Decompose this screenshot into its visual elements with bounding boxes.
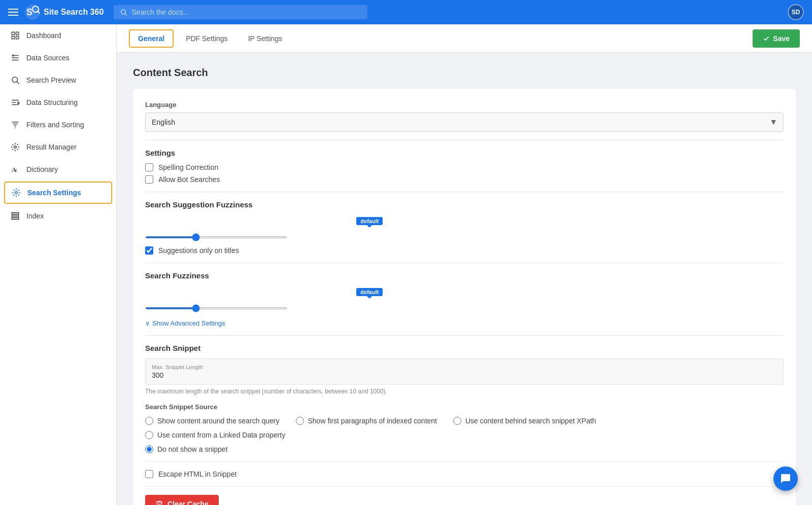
- snippet-source-content-around[interactable]: Show content around the search query: [145, 417, 280, 425]
- sidebar-label-index: Index: [26, 212, 44, 220]
- sidebar-item-search-preview[interactable]: Search Preview: [0, 69, 116, 91]
- tab-pdf-settings[interactable]: PDF Settings: [178, 30, 235, 47]
- svg-text:z: z: [15, 167, 17, 173]
- save-button[interactable]: Save: [753, 29, 800, 48]
- search-fuzziness-section: Search Fuzziness default: [145, 271, 784, 311]
- snippet-length-label: Max. Snippet Length: [152, 364, 777, 370]
- hamburger-menu[interactable]: [8, 9, 18, 16]
- svg-point-23: [14, 146, 17, 149]
- suggestion-fuzziness-section: Search Suggestion Fuzziness default: [145, 200, 784, 240]
- search-input[interactable]: [132, 8, 362, 16]
- check-icon: [763, 35, 770, 42]
- suggestion-badge: default: [356, 217, 383, 225]
- snippet-radio-linked-data[interactable]: [145, 431, 153, 439]
- dashboard-icon: [10, 30, 20, 41]
- sidebar-item-result-manager[interactable]: Result Manager: [0, 136, 116, 158]
- search-fuzziness-label: Search Fuzziness: [145, 271, 784, 280]
- data-structuring-icon: [10, 97, 20, 107]
- snippet-source-linked-data-label: Use content from a Linked Data property: [157, 431, 285, 439]
- section-title: Content Search: [133, 67, 796, 79]
- tab-general[interactable]: General: [129, 29, 174, 48]
- sidebar-item-dictionary[interactable]: Az Dictionary: [0, 158, 116, 181]
- search-fuzziness-slider-container: default: [145, 288, 784, 311]
- escape-html-row[interactable]: Escape HTML in Snippet: [145, 470, 784, 478]
- show-advanced-label: Show Advanced Settings: [152, 319, 225, 327]
- suggestions-titles-checkbox[interactable]: [145, 246, 153, 255]
- sidebar-item-search-settings[interactable]: Search Settings: [4, 182, 112, 204]
- sidebar-item-index[interactable]: Index: [0, 205, 116, 227]
- svg-point-26: [15, 192, 18, 194]
- snippet-source-first-paragraphs[interactable]: Show first paragraphs of indexed content: [296, 417, 437, 425]
- sidebar-label-dictionary: Dictionary: [26, 165, 58, 173]
- logo-icon: S: [24, 4, 41, 20]
- sidebar-item-filters-sorting[interactable]: Filters and Sorting: [0, 114, 116, 136]
- sidebar-label-search-settings: Search Settings: [27, 189, 81, 197]
- sidebar: Dashboard Data Sources Search Preview Da…: [0, 24, 117, 505]
- avatar[interactable]: SD: [788, 4, 804, 20]
- sidebar-item-data-structuring[interactable]: Data Structuring: [0, 91, 116, 114]
- svg-line-5: [125, 14, 127, 15]
- data-sources-icon: [10, 53, 20, 63]
- sidebar-label-data-sources: Data Sources: [26, 54, 70, 62]
- language-label: Language: [145, 101, 784, 109]
- language-select[interactable]: English: [145, 113, 784, 132]
- search-fuzziness-slider[interactable]: [145, 307, 287, 309]
- allow-bot-row[interactable]: Allow Bot Searches: [145, 175, 784, 184]
- dictionary-icon: Az: [10, 164, 20, 174]
- search-settings-icon: [11, 188, 21, 198]
- filters-icon: [10, 120, 20, 130]
- show-advanced-link[interactable]: ∨ Show Advanced Settings: [145, 319, 225, 327]
- spelling-correction-row[interactable]: Spelling Correction: [145, 163, 784, 171]
- snippet-radio-xpath[interactable]: [453, 417, 461, 425]
- search-bar[interactable]: [114, 5, 367, 19]
- search-icon: [120, 8, 127, 16]
- svg-rect-8: [12, 37, 14, 39]
- sidebar-label-result-manager: Result Manager: [26, 143, 77, 151]
- clear-cache-label: Clear Cache: [167, 500, 209, 505]
- chevron-down-icon: ∨: [145, 319, 150, 327]
- suggestions-titles-row[interactable]: Suggestions only on titles: [145, 246, 784, 255]
- sidebar-item-data-sources[interactable]: Data Sources: [0, 47, 116, 69]
- snippet-radio-first-paragraphs[interactable]: [296, 417, 304, 425]
- svg-line-14: [17, 82, 19, 84]
- content-area: Content Search Language English ▼ Settin…: [117, 53, 812, 505]
- chat-icon: [780, 473, 792, 485]
- svg-text:S: S: [26, 7, 32, 17]
- main-card: Language English ▼ Settings Spelling Cor…: [133, 89, 796, 505]
- suggestion-fuzziness-slider[interactable]: [145, 236, 287, 238]
- sidebar-label-dashboard: Dashboard: [26, 31, 61, 40]
- sidebar-label-search-preview: Search Preview: [26, 76, 76, 84]
- chat-fab-button[interactable]: [773, 466, 798, 491]
- snippet-length-value: 300: [152, 371, 777, 379]
- allow-bot-checkbox[interactable]: [145, 175, 153, 184]
- snippet-source-no-snippet-label: Do not show a snippet: [157, 445, 228, 453]
- svg-marker-18: [18, 102, 19, 105]
- svg-point-4: [121, 10, 126, 14]
- snippet-source-xpath-label: Use content behind search snippet XPath: [465, 417, 596, 425]
- snippet-length-wrapper: Max. Snippet Length 300: [145, 358, 784, 385]
- snippet-source-linked-data[interactable]: Use content from a Linked Data property: [145, 431, 784, 439]
- show-advanced-row: ∨ Show Advanced Settings: [145, 315, 784, 327]
- logo: S Site Search 360: [24, 4, 104, 20]
- sidebar-label-filters-sorting: Filters and Sorting: [26, 121, 84, 129]
- svg-rect-7: [16, 32, 19, 34]
- suggestions-titles-label: Suggestions only on titles: [158, 246, 239, 255]
- snippet-hint: The maximum length of the search snippet…: [145, 388, 784, 395]
- tab-bar: General PDF Settings IP Settings Save: [117, 24, 812, 53]
- snippet-source-xpath[interactable]: Use content behind search snippet XPath: [453, 417, 596, 425]
- language-select-wrapper: English ▼: [145, 113, 784, 132]
- snippet-source-no-snippet[interactable]: Do not show a snippet: [145, 445, 228, 453]
- tab-ip-settings[interactable]: IP Settings: [240, 30, 290, 47]
- search-snippet-label: Search Snippet: [145, 344, 784, 352]
- snippet-radio-content-around[interactable]: [145, 417, 153, 425]
- snippet-source-label: Search Snippet Source: [145, 403, 784, 411]
- snippet-source-content-around-label: Show content around the search query: [157, 417, 280, 425]
- spelling-correction-checkbox[interactable]: [145, 163, 153, 171]
- sidebar-item-dashboard[interactable]: Dashboard: [0, 24, 116, 47]
- escape-html-checkbox[interactable]: [145, 470, 153, 478]
- clear-cache-button[interactable]: Clear Cache: [145, 495, 219, 505]
- clear-cache-icon: [155, 500, 163, 505]
- snippet-radio-no-snippet[interactable]: [145, 445, 153, 453]
- snippet-source-first-paragraphs-label: Show first paragraphs of indexed content: [308, 417, 437, 425]
- top-nav: S Site Search 360 SD: [0, 0, 812, 24]
